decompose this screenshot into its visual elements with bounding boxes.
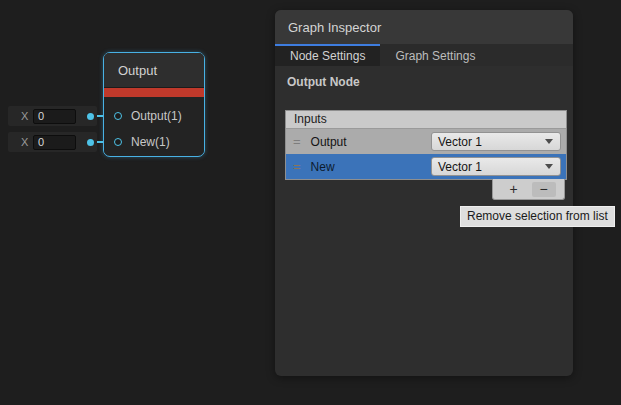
list-row-output[interactable]: = Output Vector 1 <box>286 129 566 154</box>
port-input-output: X 0 <box>8 106 97 126</box>
tooltip: Remove selection from list <box>460 206 615 227</box>
dropdown-value: Vector 1 <box>438 135 482 149</box>
shader-graph-canvas: X 0 X 0 Output Output(1) New(1) Graph In… <box>0 0 621 405</box>
output-node[interactable]: Output Output(1) New(1) <box>103 52 205 157</box>
list-button-bar: + − <box>492 179 565 200</box>
node-color-bar <box>104 87 204 97</box>
remove-item-button[interactable]: − <box>532 182 556 197</box>
node-title[interactable]: Output <box>104 53 204 87</box>
tab-graph-settings[interactable]: Graph Settings <box>380 44 490 66</box>
drag-handle-icon[interactable]: = <box>293 137 301 147</box>
port-row-output: Output(1) <box>114 109 182 123</box>
inputs-list-header: Inputs <box>286 111 566 129</box>
chevron-down-icon <box>545 164 553 169</box>
panel-title[interactable]: Graph Inspector <box>275 10 573 44</box>
section-title: Output Node <box>287 75 573 89</box>
type-dropdown[interactable]: Vector 1 <box>431 157 561 176</box>
port-label: Output(1) <box>131 109 182 123</box>
row-name: Output <box>311 135 347 149</box>
drag-handle-icon[interactable]: = <box>293 162 301 172</box>
port-input-value-field[interactable]: 0 <box>33 135 76 150</box>
chevron-down-icon <box>545 139 553 144</box>
edge-connector-dot[interactable] <box>87 139 94 146</box>
add-item-button[interactable]: + <box>502 182 526 197</box>
dropdown-value: Vector 1 <box>438 160 482 174</box>
port-input-value-field[interactable]: 0 <box>33 109 76 124</box>
port-icon[interactable] <box>114 112 122 120</box>
port-icon[interactable] <box>114 138 122 146</box>
list-row-new[interactable]: = New Vector 1 <box>286 154 566 179</box>
node-body: Output(1) New(1) <box>104 97 204 155</box>
port-input-x-label: X <box>21 136 33 148</box>
tab-row: Node Settings Graph Settings <box>275 44 573 66</box>
type-dropdown[interactable]: Vector 1 <box>431 132 561 151</box>
port-input-new: X 0 <box>8 132 97 152</box>
port-row-new: New(1) <box>114 135 170 149</box>
edge-connector-dot[interactable] <box>87 113 94 120</box>
port-input-x-label: X <box>21 110 33 122</box>
graph-inspector-panel: Graph Inspector Node Settings Graph Sett… <box>275 10 573 376</box>
tab-node-settings[interactable]: Node Settings <box>275 44 380 66</box>
inputs-list: Inputs = Output Vector 1 = New Vector 1 <box>285 110 567 180</box>
port-label: New(1) <box>131 135 170 149</box>
row-name: New <box>311 160 335 174</box>
